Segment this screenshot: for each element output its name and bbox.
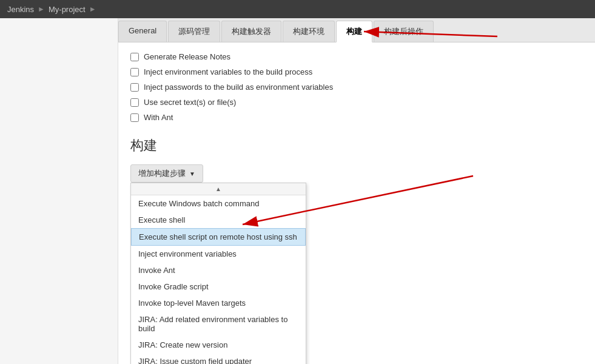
label-inject-env: Inject environment variables to the buil… xyxy=(144,67,312,76)
checkbox-item-5: With Ant xyxy=(130,113,583,122)
scroll-up-icon: ▲ xyxy=(215,186,221,192)
dropdown-arrow-icon: ▼ xyxy=(189,170,195,177)
checkbox-with-ant[interactable] xyxy=(130,113,139,122)
dropdown-item-jira-custom[interactable]: JIRA: Issue custom field updater xyxy=(131,353,306,364)
build-step-dropdown: ▲ Execute Windows batch command Execute … xyxy=(130,183,306,364)
checkbox-item-1: Generate Release Notes xyxy=(130,52,583,61)
tabs-bar: General 源码管理 构建触发器 构建环境 构建 构建后操作 xyxy=(118,18,595,42)
dropdown-item-invoke-maven[interactable]: Invoke top-level Maven targets xyxy=(131,295,306,311)
dropdown-item-jira-create[interactable]: JIRA: Create new version xyxy=(131,337,306,353)
dropdown-item-invoke-gradle[interactable]: Invoke Gradle script xyxy=(131,278,306,295)
dropdown-item-inject-env[interactable]: Inject environment variables xyxy=(131,246,306,262)
project-link[interactable]: My-project xyxy=(49,5,86,14)
label-secret-text: Use secret text(s) or file(s) xyxy=(144,98,236,107)
add-step-button[interactable]: 增加构建步骤 ▼ xyxy=(130,164,203,183)
checkbox-item-2: Inject environment variables to the buil… xyxy=(130,67,583,76)
tab-post[interactable]: 构建后操作 xyxy=(374,21,434,42)
main-content: General 源码管理 构建触发器 构建环境 构建 构建后操作 Generat… xyxy=(118,18,595,364)
tab-source[interactable]: 源码管理 xyxy=(168,21,220,42)
dropdown-item-jira-add[interactable]: JIRA: Add related environment variables … xyxy=(131,311,306,337)
tab-environment[interactable]: 构建环境 xyxy=(283,21,335,42)
sep2: ► xyxy=(89,5,96,13)
scroll-up-indicator[interactable]: ▲ xyxy=(131,183,306,195)
sep1: ► xyxy=(38,5,45,13)
dropdown-item-exec-shell[interactable]: Execute shell xyxy=(131,212,306,228)
checkbox-item-4: Use secret text(s) or file(s) xyxy=(130,98,583,107)
tab-build[interactable]: 构建 xyxy=(336,21,372,42)
page-wrapper: Jenkins ► My-project ► General 源码管理 构建触发… xyxy=(0,0,595,364)
label-with-ant: With Ant xyxy=(144,113,173,122)
tab-general[interactable]: General xyxy=(118,21,167,42)
section-title-build: 构建 xyxy=(130,136,583,155)
dropdown-item-exec-ssh[interactable]: Execute shell script on remote host usin… xyxy=(131,228,306,246)
top-bar: Jenkins ► My-project ► xyxy=(0,0,595,18)
add-step-label: 增加构建步骤 xyxy=(138,168,186,179)
label-inject-passwords: Inject passwords to the build as environ… xyxy=(144,83,333,92)
add-step-wrapper: 增加构建步骤 ▼ ▲ Execute Windows batch command… xyxy=(130,164,203,183)
label-generate-release: Generate Release Notes xyxy=(144,52,230,61)
sidebar xyxy=(0,18,118,364)
dropdown-item-exec-windows[interactable]: Execute Windows batch command xyxy=(131,195,306,212)
checkbox-inject-passwords[interactable] xyxy=(130,83,139,92)
jenkins-link[interactable]: Jenkins xyxy=(7,5,34,14)
tab-triggers[interactable]: 构建触发器 xyxy=(221,21,281,42)
checkbox-item-3: Inject passwords to the build as environ… xyxy=(130,83,583,92)
checkbox-generate-release[interactable] xyxy=(130,53,139,61)
checkbox-secret-text[interactable] xyxy=(130,98,139,107)
checkbox-inject-env[interactable] xyxy=(130,68,139,76)
content-body: Generate Release Notes Inject environmen… xyxy=(118,42,595,192)
dropdown-item-invoke-ant[interactable]: Invoke Ant xyxy=(131,262,306,278)
